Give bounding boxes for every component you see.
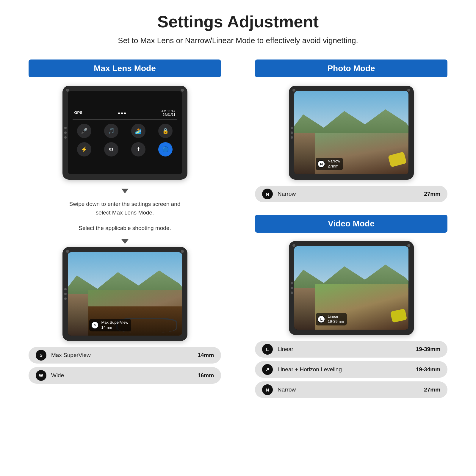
pill-max-superview: S Max SuperView 14mm (29, 347, 221, 364)
settings-divider (73, 119, 177, 120)
side-dot-2 (64, 131, 67, 134)
settings-grid-row1: 🎤 🎵 🏄 🔒 (73, 124, 177, 138)
device-cam-side-dots (64, 288, 67, 300)
pill-linear: L Linear 19-39mm (255, 341, 447, 358)
settings-btn-music: 🎵 (104, 124, 118, 138)
camera-screen-left: S Max SuperView14mm (68, 252, 182, 336)
settings-btn-01: 01 (104, 142, 118, 156)
pill-narrow-video: N Narrow 27mm (255, 381, 447, 398)
pill-label-1: Wide (51, 372, 193, 379)
cam-side-dot-2 (64, 293, 67, 295)
settings-btn-flash: ⚡ (77, 142, 91, 156)
pill-label-n-video: Narrow (278, 386, 419, 393)
settings-btn-lock: 🔒 (158, 124, 173, 138)
device-video: L Linear19-39mm (289, 241, 414, 335)
camera-screen-video: L Linear19-39mm (294, 246, 408, 330)
cam-badge-n: N Narrow27mm (316, 158, 343, 170)
pill-icon-lh: ↗ (262, 364, 273, 375)
device-photo: N Narrow27mm (289, 86, 414, 180)
photo-side-dots (291, 127, 293, 139)
pill-label-n-photo: Narrow (278, 191, 419, 197)
device-dot-tr (181, 89, 184, 92)
pill-label-lh: Linear + Horizon Leveling (278, 366, 411, 373)
badge-icon-n: N (317, 160, 325, 168)
side-dot-3 (64, 136, 67, 139)
pill-value-lh: 19-34mm (416, 366, 440, 373)
pill-value-n-video: 27mm (424, 386, 440, 393)
settings-btn-stabilize: 🏄 (131, 124, 145, 138)
pill-narrow-photo: N Narrow 27mm (255, 186, 447, 202)
settings-btn-upload: ⬆ (131, 142, 145, 156)
device-side-dots (64, 127, 67, 139)
page-subtitle: Set to Max Lens or Narrow/Linear Mode to… (18, 36, 458, 45)
pill-value-l: 19-39mm (416, 346, 440, 353)
device-settings: GPS AM 11:47 24/01/11 🎤 (62, 86, 187, 180)
badge-icon-s: S (91, 321, 99, 329)
video-side-dots (291, 282, 293, 294)
device-dot-tl (66, 89, 69, 92)
pill-icon-l: L (262, 344, 273, 355)
settings-btn-lens: 🔵 (158, 142, 173, 156)
instruction-1: Swipe down to enter the settings screen … (68, 200, 181, 217)
pill-wide: W Wide 16mm (29, 367, 221, 384)
arrow-down-1 (121, 189, 129, 193)
device-date: 24/01/11 (161, 113, 175, 116)
pill-icon-n-video: N (262, 384, 273, 395)
cam-badge-l: L Linear19-39mm (316, 313, 347, 325)
badge-icon-l: L (317, 315, 325, 323)
pill-value-1: 16mm (198, 372, 214, 379)
cam-badge-s: S Max SuperView14mm (89, 319, 131, 331)
badge-text-s: Max SuperView14mm (101, 320, 128, 330)
camera-screen-photo: N Narrow27mm (294, 91, 408, 174)
page-title: Settings Adjustment (18, 12, 458, 31)
pill-icon-n-photo: N (262, 189, 273, 199)
side-dot-1 (64, 127, 67, 129)
cam-side-dot-1 (64, 288, 67, 290)
cam-side-dot-3 (64, 298, 67, 300)
badge-text-l: Linear19-39mm (328, 314, 344, 324)
pill-value-0: 14mm (198, 352, 214, 358)
instruction-2: Select the applicable shooting mode. (79, 224, 171, 233)
arrow-down-2 (121, 239, 129, 244)
device-time: AM 11:47 (161, 109, 175, 113)
settings-grid-row2: ⚡ 01 ⬆ 🔵 (73, 142, 177, 156)
badge-text-n: Narrow27mm (328, 159, 340, 169)
pill-label-l: Linear (278, 346, 411, 353)
left-column: Max Lens Mode GPS (18, 60, 232, 402)
gps-label: GPS (74, 110, 82, 115)
settings-screen: GPS AM 11:47 24/01/11 🎤 (68, 91, 182, 174)
right-column: Photo Mode (244, 60, 458, 402)
pill-label-0: Max SuperView (51, 352, 193, 358)
pill-icon-s: S (36, 350, 46, 361)
settings-btn-mic: 🎤 (77, 124, 91, 138)
pill-value-n-photo: 27mm (424, 191, 440, 197)
device-camera-left: S Max SuperView14mm (62, 247, 187, 341)
photo-mode-header: Photo Mode (255, 60, 447, 77)
pill-linear-horizon: ↗ Linear + Horizon Leveling 19-34mm (255, 361, 447, 378)
video-mode-header: Video Mode (255, 215, 447, 233)
max-lens-header: Max Lens Mode (29, 60, 221, 77)
vertical-divider (238, 60, 238, 402)
pill-icon-w: W (36, 370, 46, 381)
